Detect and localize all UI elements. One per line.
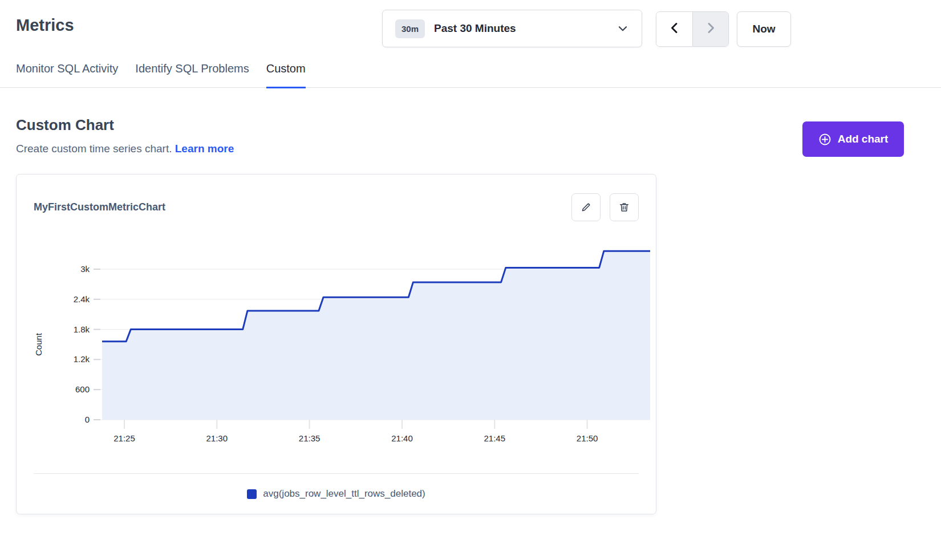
svg-text:3k: 3k bbox=[80, 264, 90, 274]
plus-circle-icon bbox=[818, 133, 832, 146]
time-controls: 30m Past 30 Minutes Now bbox=[0, 0, 941, 55]
svg-text:1.2k: 1.2k bbox=[74, 354, 90, 364]
svg-text:21:30: 21:30 bbox=[206, 433, 228, 443]
time-step-buttons bbox=[656, 11, 729, 47]
description-text: Create custom time series chart. bbox=[16, 143, 172, 155]
custom-chart-section: Custom Chart Add chart Create custom tim… bbox=[0, 116, 941, 514]
svg-text:21:35: 21:35 bbox=[299, 433, 321, 443]
svg-text:21:45: 21:45 bbox=[484, 433, 506, 443]
tab-custom[interactable]: Custom bbox=[266, 62, 306, 88]
svg-text:0: 0 bbox=[85, 415, 90, 424]
add-chart-button-label: Add chart bbox=[838, 133, 889, 145]
previous-time-button[interactable] bbox=[656, 12, 692, 46]
series-area bbox=[102, 251, 650, 420]
page-header: Metrics 30m Past 30 Minutes Now Monito bbox=[0, 0, 941, 88]
series-layer bbox=[102, 251, 650, 420]
custom-chart-canvas[interactable]: 06001.2k1.8k2.4k3k21:2521:3021:3521:4021… bbox=[17, 225, 656, 448]
time-preset-badge: 30m bbox=[395, 19, 425, 38]
section-heading: Custom Chart bbox=[16, 116, 925, 134]
chevron-left-icon bbox=[668, 21, 682, 37]
add-chart-button[interactable]: Add chart bbox=[802, 121, 904, 157]
trash-icon bbox=[618, 201, 630, 213]
legend-label: avg(jobs_row_level_ttl_rows_deleted) bbox=[263, 488, 425, 500]
tab-bar: Monitor SQL Activity Identify SQL Proble… bbox=[0, 62, 941, 88]
svg-text:2.4k: 2.4k bbox=[74, 294, 90, 304]
svg-text:21:25: 21:25 bbox=[113, 433, 135, 443]
tab-identify-sql-problems[interactable]: Identify SQL Problems bbox=[135, 62, 249, 88]
time-range-selector[interactable]: 30m Past 30 Minutes bbox=[382, 10, 642, 47]
chevron-right-icon bbox=[704, 21, 717, 37]
tab-monitor-sql-activity[interactable]: Monitor SQL Activity bbox=[16, 62, 118, 88]
next-time-button[interactable] bbox=[692, 12, 728, 46]
legend-item[interactable]: avg(jobs_row_level_ttl_rows_deleted) bbox=[17, 474, 656, 514]
svg-text:1.8k: 1.8k bbox=[74, 324, 90, 334]
time-range-label: Past 30 Minutes bbox=[434, 22, 516, 35]
now-button[interactable]: Now bbox=[737, 11, 791, 47]
chevron-down-icon bbox=[616, 22, 629, 35]
svg-text:21:40: 21:40 bbox=[391, 433, 413, 443]
chart-card-header: MyFirstCustomMetricChart bbox=[17, 193, 656, 221]
chart-card-actions bbox=[571, 193, 639, 221]
section-description: Create custom time series chart. Learn m… bbox=[16, 143, 925, 155]
chart-title: MyFirstCustomMetricChart bbox=[34, 201, 165, 213]
svg-text:600: 600 bbox=[75, 384, 90, 394]
learn-more-link[interactable]: Learn more bbox=[175, 143, 234, 155]
edit-chart-button[interactable] bbox=[571, 193, 601, 221]
y-axis-label: Count bbox=[34, 332, 43, 356]
legend-swatch bbox=[247, 489, 257, 499]
pencil-icon bbox=[580, 201, 592, 213]
custom-chart-card: MyFirstCustomMetricChart 06001.2k1.8k2.4… bbox=[16, 174, 656, 514]
svg-text:21:50: 21:50 bbox=[577, 433, 598, 443]
delete-chart-button[interactable] bbox=[610, 193, 639, 221]
